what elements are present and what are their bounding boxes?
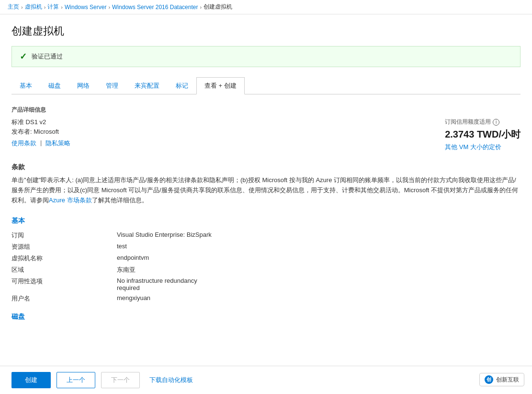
product-details-label: 产品详细信息 [11,106,521,114]
summary-key-rg: 资源组 [11,243,107,251]
terms-title: 条款 [11,163,521,172]
breadcrumb-sep-2: › [44,4,46,10]
bottom-bar: 创建 上一个 下一个 下载自动化模板 [0,366,532,394]
privacy-link[interactable]: 隐私策略 [45,139,70,148]
validation-banner: ✓ 验证已通过 [11,46,521,67]
watermark-logo: 创 [485,375,493,384]
product-name: 标准 DS1 v2 [11,118,70,127]
next-button: 下一个 [101,372,140,388]
info-icon[interactable]: i [493,119,499,126]
breadcrumb-compute[interactable]: 计算 [47,3,59,11]
tabs-bar: 基本 磁盘 网络 管理 来宾配置 标记 查看 + 创建 [11,77,521,94]
breadcrumb-vm[interactable]: 虚拟机 [25,3,42,11]
breadcrumb-windows-server[interactable]: Windows Server [65,4,106,11]
summary-key-availability: 可用性选项 [11,277,107,291]
product-right: 订阅信用额度适用 i 2.3743 TWD/小时 其他 VM 大小的定价 [445,118,521,151]
azure-market-terms-link[interactable]: Azure 市场条款 [49,197,92,204]
summary-value-rg: test [117,243,521,251]
summary-key-subscription: 订阅 [11,231,107,240]
watermark-text: 创新互联 [496,376,519,384]
main-content: 创建虚拟机 ✓ 验证已通过 基本 磁盘 网络 管理 来宾配置 标记 查看 + 创… [0,14,532,366]
product-details-section: 产品详细信息 标准 DS1 v2 发布者: Microsoft 使用条款 | 隐… [11,106,521,151]
tab-disk[interactable]: 磁盘 [40,77,69,94]
breadcrumb-sep-4: › [108,4,110,10]
tab-basic[interactable]: 基本 [11,77,40,94]
disks-title: 磁盘 [11,313,521,321]
other-vm-link[interactable]: 其他 VM 大小的定价 [445,143,501,151]
check-icon: ✓ [20,51,27,62]
tab-network[interactable]: 网络 [69,77,98,94]
tab-review-create[interactable]: 查看 + 创建 [196,77,245,94]
summary-value-username: mengxiyuan [117,294,521,303]
product-publisher: 发布者: Microsoft [11,127,70,136]
breadcrumb-sep-3: › [61,4,63,10]
summary-key-vm-name: 虚拟机名称 [11,254,107,263]
breadcrumb-current: 创建虚拟机 [204,3,232,11]
summary-value-subscription: Visual Studio Enterprise: BizSpark [117,231,521,240]
tab-tags[interactable]: 标记 [168,77,196,94]
product-left: 标准 DS1 v2 发布者: Microsoft 使用条款 | 隐私策略 [11,118,70,148]
summary-value-availability: No infrastructure redundancy required [117,277,521,291]
terms-text: 单击"创建"即表示本人: (a)同意上述适用市场产品/服务的相关法律条款和隐私声… [11,175,521,205]
breadcrumb-sep-1: › [21,4,23,10]
product-info-row: 标准 DS1 v2 发布者: Microsoft 使用条款 | 隐私策略 订阅信… [11,118,521,151]
breadcrumb-sep-5: › [200,4,202,10]
summary-basic-title: 基本 [11,217,521,225]
subscription-credit-label: 订阅信用额度适用 i [445,118,499,126]
link-separator: | [40,139,42,148]
create-button[interactable]: 创建 [11,372,51,388]
page-title: 创建虚拟机 [11,24,521,38]
summary-key-region: 区域 [11,266,107,274]
price-value: 2.3743 TWD/小时 [445,128,521,141]
breadcrumb-datacenter[interactable]: Windows Server 2016 Datacenter [112,4,198,11]
prev-button[interactable]: 上一个 [57,372,95,388]
summary-basic-section: 基本 订阅 Visual Studio Enterprise: BizSpark… [11,217,521,303]
download-button[interactable]: 下载自动化模板 [146,372,197,388]
summary-value-vm-name: endpointvm [117,254,521,263]
breadcrumb-home[interactable]: 主页 [8,3,19,11]
terms-link[interactable]: 使用条款 [11,139,36,148]
breadcrumb: 主页 › 虚拟机 › 计算 › Windows Server › Windows… [0,0,532,14]
terms-section: 条款 单击"创建"即表示本人: (a)同意上述适用市场产品/服务的相关法律条款和… [11,163,521,205]
summary-table: 订阅 Visual Studio Enterprise: BizSpark 资源… [11,231,521,303]
validation-text: 验证已通过 [32,52,63,61]
summary-value-region: 东南亚 [117,266,521,274]
product-links: 使用条款 | 隐私策略 [11,139,70,148]
watermark: 创 创新互联 [479,373,524,386]
tab-management[interactable]: 管理 [98,77,126,94]
tab-guest-config[interactable]: 来宾配置 [126,77,168,94]
summary-key-username: 用户名 [11,294,107,303]
